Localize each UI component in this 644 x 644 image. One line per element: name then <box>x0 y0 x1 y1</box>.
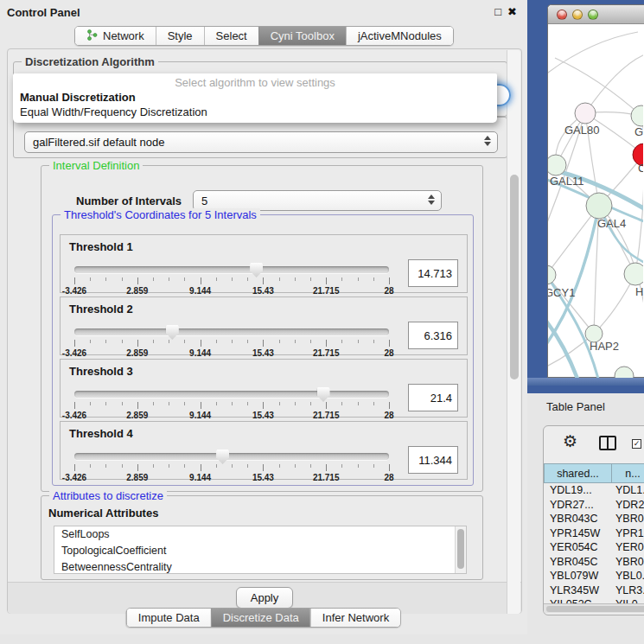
slider-thumb[interactable] <box>250 263 263 277</box>
tick-label: 21.715 <box>313 411 340 420</box>
dropdown-option-manual[interactable]: Manual Discretization <box>13 90 497 105</box>
node-label-c: C <box>638 162 643 175</box>
tick-mark <box>310 402 311 405</box>
attribute-list-item[interactable]: SelfLoops <box>54 526 466 543</box>
network-node-h[interactable] <box>624 263 643 285</box>
tick-mark <box>263 277 264 284</box>
slider-track[interactable] <box>74 328 389 335</box>
float-window-icon[interactable]: □ <box>494 5 501 18</box>
slider-ticks <box>74 340 389 348</box>
threshold-label: Threshold 2 <box>69 303 133 316</box>
gear-icon[interactable]: ⚙ <box>563 433 577 450</box>
dropdown-hint-item[interactable]: Select algorithm to view settings <box>13 75 497 90</box>
attribute-list-item[interactable]: BetweennessCentrality <box>54 559 466 574</box>
table-row[interactable]: YLR345WYLR3... <box>544 583 644 598</box>
dropdown-option-equal-width[interactable]: Equal Width/Frequency Discretization <box>13 105 497 119</box>
tab-cyni-toolbox[interactable]: Cyni Toolbox <box>258 27 346 45</box>
table-row[interactable]: YBR043CYBR0... <box>544 512 644 526</box>
network-node-gcy1[interactable] <box>548 265 556 284</box>
checkbox-icon[interactable]: ✓ <box>632 439 641 449</box>
tab-style[interactable]: Style <box>156 27 204 45</box>
tick-mark <box>263 340 264 347</box>
tick-mark <box>310 464 311 468</box>
slider-thumb[interactable] <box>216 450 229 464</box>
tick-mark <box>310 277 311 281</box>
slider-ticks <box>74 402 389 410</box>
network-edge[interactable] <box>548 32 638 75</box>
network-canvas[interactable]: GAL80GCGAL11GAL4GCY1HHAP2 <box>548 25 643 378</box>
threshold-value-field[interactable]: 6.316 <box>408 322 458 349</box>
network-node-gal80[interactable] <box>575 103 596 124</box>
close-traffic-light[interactable] <box>557 10 567 20</box>
tick-mark <box>295 277 296 281</box>
table-row[interactable]: YIL052CYIL0... <box>544 597 644 603</box>
table-panel-body: ⚙ ✓ ✓ shared... n... YDL19...YDL1...YDR2… <box>527 419 644 644</box>
table-row[interactable]: YBR045CYBR0... <box>544 555 644 570</box>
table-rows: YDL19...YDL1...YDR27...YDR2...YBR043CYBR… <box>544 483 644 603</box>
tab-impute-data[interactable]: Impute Data <box>127 609 211 627</box>
attributes-group: Attributes to discretize Numerical Attri… <box>41 495 483 580</box>
horizontal-scrollbar[interactable] <box>544 603 644 613</box>
tick-mark <box>201 277 201 284</box>
tick-mark <box>247 464 248 468</box>
tab-jactivemnodules[interactable]: jActiveMNodules <box>346 27 453 45</box>
cell-name: YDR2... <box>609 499 644 511</box>
tick-mark <box>153 402 154 405</box>
scrollbar-thumb[interactable] <box>546 606 644 612</box>
table-row[interactable]: YBL079WYBL0... <box>544 569 644 583</box>
scrollbar-thumb[interactable] <box>457 529 464 569</box>
network-edge[interactable] <box>555 58 641 116</box>
network-edge[interactable] <box>585 54 643 113</box>
tick-mark <box>389 277 390 284</box>
column-header-name[interactable]: n... <box>612 463 644 483</box>
column-header-shared-name[interactable]: shared... <box>544 463 612 483</box>
scrollbar-thumb[interactable] <box>510 175 519 379</box>
threshold-value-field[interactable]: 11.344 <box>408 446 458 474</box>
table-row[interactable]: YER054CYER0... <box>544 540 644 555</box>
tab-cyni-toolbox-label: Cyni Toolbox <box>271 29 335 42</box>
table-row[interactable]: YPR145WYPR1... <box>544 526 644 541</box>
tab-infer-network-label: Infer Network <box>322 611 389 624</box>
threshold-value-field[interactable]: 21.4 <box>408 384 458 411</box>
apply-button[interactable]: Apply <box>236 587 293 609</box>
slider-thumb[interactable] <box>166 325 179 340</box>
slider-track[interactable] <box>74 266 389 273</box>
tab-infer-network[interactable]: Infer Network <box>310 609 400 627</box>
tick-mark <box>326 402 327 409</box>
network-edge-highlighted[interactable] <box>548 319 577 378</box>
tab-style-label: Style <box>168 29 193 42</box>
split-columns-icon[interactable] <box>599 436 616 450</box>
table-data-combobox[interactable]: galFiltered.sif default node <box>24 131 498 153</box>
stepper-arrows-icon <box>428 194 435 205</box>
threshold-value-field[interactable]: 14.713 <box>408 259 458 287</box>
slider-thumb[interactable] <box>317 387 330 402</box>
panel-scrollbar[interactable] <box>507 50 520 614</box>
tick-mark <box>90 277 91 281</box>
tick-label: 28 <box>384 348 393 358</box>
attributes-list-scrollbar[interactable] <box>455 526 466 573</box>
network-edge[interactable] <box>548 275 594 334</box>
threshold-slider: -3.4262.8599.14415.4321.71528 <box>74 448 389 481</box>
cell-shared-name: YER054C <box>544 541 609 553</box>
close-icon[interactable]: ✖ <box>507 5 517 18</box>
tab-select[interactable]: Select <box>204 27 258 45</box>
slider-track[interactable] <box>74 391 389 398</box>
tab-discretize-data[interactable]: Discretize Data <box>211 609 310 627</box>
network-window-titlebar[interactable] <box>548 5 644 24</box>
tick-label: 9.144 <box>189 286 211 296</box>
tick-mark <box>201 402 201 409</box>
tick-mark <box>169 340 169 343</box>
tab-network[interactable]: Network <box>75 27 156 45</box>
zoom-traffic-light[interactable] <box>588 10 598 20</box>
minimize-traffic-light[interactable] <box>572 10 583 20</box>
slider-track[interactable] <box>74 453 389 460</box>
network-node[interactable] <box>615 367 634 378</box>
table-row[interactable]: YDL19...YDL1... <box>544 483 644 498</box>
attribute-list-item[interactable]: TopologicalCoefficient <box>54 543 466 559</box>
network-node-gal4[interactable] <box>586 193 612 219</box>
tick-mark <box>232 402 233 405</box>
tick-mark <box>373 402 374 405</box>
tick-mark <box>232 464 233 468</box>
network-node-gal11[interactable] <box>548 155 566 175</box>
table-row[interactable]: YDR27...YDR2... <box>544 498 644 513</box>
